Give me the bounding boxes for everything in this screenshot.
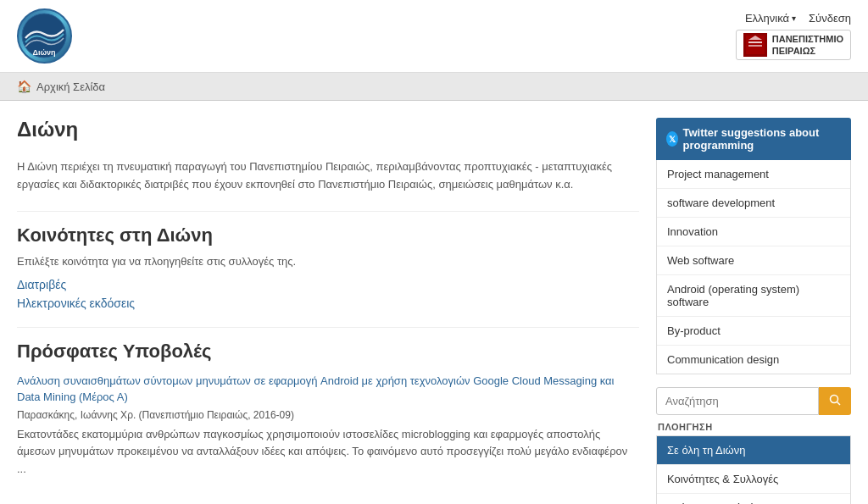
content-area: Διώνη Η Διώνη περιέχει τη πνευματική παρ… — [17, 118, 639, 504]
language-dropdown[interactable]: Ελληνικά — [745, 12, 796, 25]
home-icon: 🏠 — [17, 80, 31, 93]
suggestion-item-0[interactable]: Project management — [657, 160, 850, 189]
twitter-widget-label: Twitter suggestions about programming — [683, 126, 841, 152]
header-right: Ελληνικά Σύνδεση ΠΑΝΕΠΙΣΤΗΜΙΟ ΠΕΙΡΑΙΩΣ — [736, 12, 851, 61]
nav-widget-list: Σε όλη τη Διώνη Κοινότητες & Συλλογές Αν… — [656, 435, 851, 504]
submission-author: Παρασκάκης, Ιωάννης Χρ. (Πανεπιστήμιο Πε… — [17, 409, 639, 421]
community-link-dissertations[interactable]: Διατριβές — [17, 278, 639, 291]
suggestion-item-5[interactable]: By-product — [657, 317, 850, 346]
submission-title-link[interactable]: Ανάλυση συναισθημάτων σύντομων μηνυμάτων… — [17, 373, 639, 406]
logo-svg: Διώνη — [21, 13, 68, 59]
svg-line-8 — [837, 402, 841, 406]
suggestion-item-6[interactable]: Communication design — [657, 346, 850, 374]
login-link[interactable]: Σύνδεση — [809, 12, 851, 25]
suggestion-item-2[interactable]: Innovation — [657, 218, 850, 246]
nav-item-0[interactable]: Σε όλη τη Διώνη — [657, 436, 850, 465]
twitter-icon: 𝕏 — [666, 131, 678, 147]
breadcrumb-home-link[interactable]: Αρχική Σελίδα — [36, 80, 105, 93]
suggestion-item-1[interactable]: software development — [657, 189, 850, 218]
divider-1 — [17, 211, 639, 212]
svg-rect-4 — [748, 42, 762, 43]
submissions-title: Πρόσφατες Υποβολές — [17, 341, 639, 363]
site-logo[interactable]: Διώνη — [17, 8, 72, 64]
breadcrumb: 🏠 Αρχική Σελίδα — [0, 73, 868, 101]
svg-text:Διώνη: Διώνη — [32, 48, 55, 57]
site-description: Η Διώνη περιέχει τη πνευματική παραγωγή … — [17, 158, 639, 194]
header: Διώνη Ελληνικά Σύνδεση ΠΑΝΕ — [0, 0, 868, 73]
suggestion-item-4[interactable]: Android (operating system) software — [657, 275, 850, 317]
suggestion-list: Project management software development … — [656, 160, 851, 374]
logo-area: Διώνη — [17, 8, 72, 64]
submission-excerpt: Εκατοντάδες εκατομμύρια ανθρώπων παγκοσμ… — [17, 426, 639, 479]
community-section: Κοινότητες στη Διώνη Επιλέξτε κοινότητα … — [17, 224, 639, 310]
communities-title: Κοινότητες στη Διώνη — [17, 224, 639, 246]
suggestion-item-3[interactable]: Web software — [657, 246, 850, 275]
nav-item-1[interactable]: Κοινότητες & Συλλογές — [657, 465, 850, 494]
twitter-widget-header: 𝕏 Twitter suggestions about programming — [656, 118, 851, 160]
university-badge: ΠΑΝΕΠΙΣΤΗΜΙΟ ΠΕΙΡΑΙΩΣ — [736, 30, 851, 61]
community-link-publications[interactable]: Ηλεκτρονικές εκδόσεις — [17, 296, 639, 310]
site-title-section: Διώνη Η Διώνη περιέχει τη πνευματική παρ… — [17, 118, 639, 194]
lang-label: Ελληνικά — [745, 12, 789, 25]
communities-desc: Επιλέξτε κοινότητα για να πλοηγηθείτε στ… — [17, 255, 639, 268]
community-links: Διατριβές Ηλεκτρονικές εκδόσεις — [17, 278, 639, 310]
main-container: Διώνη Η Διώνη περιέχει τη πνευματική παρ… — [0, 101, 868, 504]
submission-item: Ανάλυση συναισθημάτων σύντομων μηνυμάτων… — [17, 373, 639, 479]
svg-rect-5 — [748, 45, 762, 47]
nav-widget: ΠΛΟΗΓΗΣΗ Σε όλη τη Διώνη Κοινότητες & Συ… — [656, 422, 851, 504]
university-logo — [743, 33, 767, 57]
search-input[interactable] — [656, 387, 819, 415]
header-nav: Ελληνικά Σύνδεση — [745, 12, 851, 25]
search-button[interactable] — [819, 387, 851, 415]
svg-point-7 — [831, 396, 838, 403]
university-name: ΠΑΝΕΠΙΣΤΗΜΙΟ ΠΕΙΡΑΙΩΣ — [772, 33, 843, 58]
search-box — [656, 387, 851, 415]
submissions-section: Πρόσφατες Υποβολές Ανάλυση συναισθημάτων… — [17, 341, 639, 479]
site-title: Διώνη — [17, 118, 639, 148]
sidebar: 𝕏 Twitter suggestions about programming … — [656, 118, 851, 504]
nav-item-2[interactable]: Ανά ημερομηνία έκδοσης — [657, 494, 850, 504]
search-icon — [829, 394, 841, 406]
chevron-down-icon — [792, 13, 796, 23]
nav-widget-title: ΠΛΟΗΓΗΣΗ — [656, 422, 851, 432]
divider-2 — [17, 327, 639, 328]
